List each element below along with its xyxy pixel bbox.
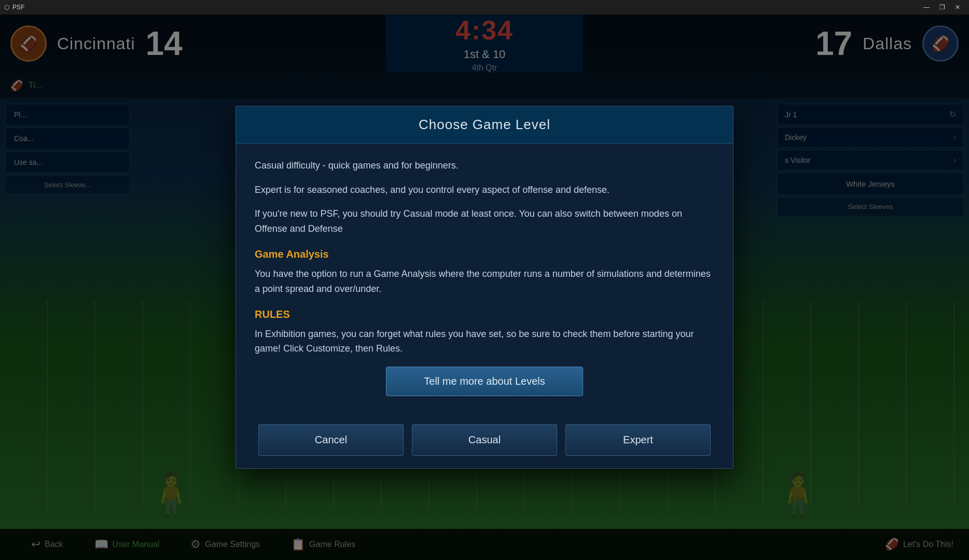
modal-overlay: Choose Game Level Casual difficulty - qu…	[0, 15, 969, 560]
game-background: 🏈 Cincinnati 14 4:34 1st & 10 4th Qtr 17…	[0, 15, 969, 560]
minimize-button[interactable]: —	[919, 2, 934, 12]
rules-text: In Exhibition games, you can forget what…	[255, 327, 714, 357]
dialog-body: Casual difficulty - quick games and for …	[236, 144, 733, 416]
cancel-button[interactable]: Cancel	[258, 424, 404, 456]
rules-heading: RULES	[255, 306, 714, 323]
title-bar-controls: — ❐ ✕	[919, 2, 965, 12]
choose-level-dialog: Choose Game Level Casual difficulty - qu…	[236, 106, 733, 469]
game-analysis-text: You have the option to run a Game Analys…	[255, 267, 714, 297]
dialog-title: Choose Game Level	[252, 117, 717, 133]
close-button[interactable]: ✕	[950, 2, 965, 12]
dialog-header: Choose Game Level	[236, 106, 733, 144]
app-icon: ⬡	[4, 4, 9, 11]
dialog-footer: Cancel Casual Expert	[236, 416, 733, 468]
expert-description: Expert is for seasoned coaches, and you …	[255, 183, 714, 198]
expert-button[interactable]: Expert	[565, 424, 711, 456]
game-analysis-heading: Game Analysis	[255, 246, 714, 262]
casual-description: Casual difficulty - quick games and for …	[255, 158, 714, 173]
app-title: PSF	[12, 4, 24, 11]
tell-more-button[interactable]: Tell me more about Levels	[386, 367, 583, 396]
casual-button[interactable]: Casual	[412, 424, 557, 456]
title-bar-left: ⬡ PSF	[4, 4, 24, 11]
maximize-button[interactable]: ❐	[935, 2, 949, 12]
title-bar: ⬡ PSF — ❐ ✕	[0, 0, 969, 15]
new-player-note: If you're new to PSF, you should try Cas…	[255, 206, 714, 236]
